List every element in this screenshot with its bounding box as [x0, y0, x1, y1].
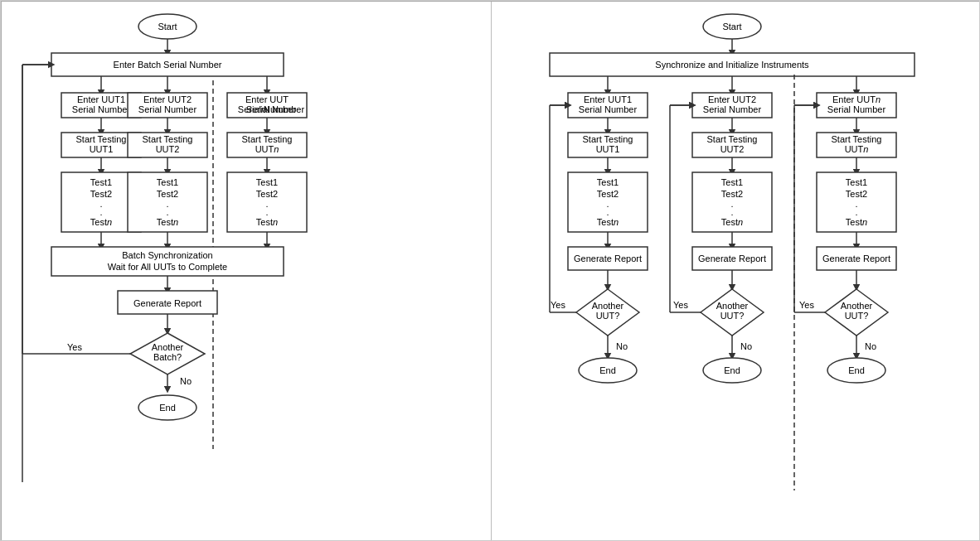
- dot2-uut1: .: [99, 207, 102, 217]
- testn-uut1: Testn: [90, 217, 112, 227]
- r-gen-report-uut2: Generate Report: [698, 254, 766, 263]
- start-testing-uut1-label2: UUT1: [90, 144, 114, 154]
- r-testn-uut1: Testn: [596, 217, 618, 227]
- start-testing-uut2-label2: UUT2: [156, 144, 180, 154]
- r-testn-uut2: Testn: [720, 217, 742, 227]
- r-end-uutn: End: [848, 365, 865, 375]
- r-gen-report-uut1: Generate Report: [574, 254, 642, 263]
- left-end-label: End: [159, 403, 176, 413]
- test2-uutn: Test2: [256, 189, 278, 199]
- r-no-uut1: No: [616, 341, 628, 351]
- r-dot2-uut2: .: [730, 207, 733, 217]
- r-no-uut2: No: [740, 341, 752, 351]
- batch-sync-label: Batch Synchronization: [122, 250, 212, 260]
- testn-uut2: Testn: [157, 217, 178, 227]
- dot2-uut2: .: [166, 207, 168, 217]
- r-start-uut1: Start Testing: [582, 134, 633, 144]
- r-another-uut2-label2: UUT?: [720, 311, 744, 321]
- r-another-uut1-label: Another: [591, 301, 623, 311]
- r-another-uutn-label2: UUT?: [844, 311, 868, 321]
- start-testing-uut2-label: Start Testing: [143, 134, 193, 144]
- no-label-left: No: [180, 376, 192, 386]
- testn-uutn: Testn: [256, 217, 278, 227]
- test1-uut2: Test1: [157, 177, 178, 187]
- r-yes-uutn: Yes: [799, 300, 814, 310]
- enter-batch-serial-label: Enter Batch Serial Number: [114, 60, 222, 70]
- r-start-uut1-2: UUT1: [595, 144, 619, 154]
- start-testing-uut1-label: Start Testing: [76, 134, 127, 144]
- test1-uut1: Test1: [90, 177, 112, 187]
- r-no-uutn: No: [865, 341, 876, 351]
- r-test2-uutn: Test2: [845, 189, 866, 199]
- dot2-uutn: .: [265, 207, 268, 217]
- uut2-serial-label2: Serial Number: [138, 104, 197, 114]
- r-another-uutn-label: Another: [840, 301, 872, 311]
- r-uutn-serial-label2: Serial Number: [827, 104, 885, 114]
- gen-report-label: Generate Report: [133, 298, 201, 308]
- test1-uutn: Test1: [256, 177, 278, 187]
- uutn-serial-label: Enter UUT: [245, 94, 289, 104]
- right-diagram: Start Synchronize and Initialize Instrum…: [492, 2, 981, 541]
- r-start-uutn-2: UUTn: [844, 144, 868, 154]
- r-another-uut2-label: Another: [716, 301, 748, 311]
- start-testing-uutn-label: Start Testing: [242, 134, 293, 144]
- r-end-uut2: End: [724, 365, 740, 375]
- r-test1-uutn: Test1: [845, 177, 866, 187]
- another-batch-label: Another: [152, 342, 184, 352]
- r-test2-uut2: Test2: [720, 189, 742, 199]
- r-gen-report-uutn: Generate Report: [822, 254, 890, 263]
- r-dot2-uut1: .: [606, 207, 609, 217]
- uut1-serial-label2: Serial Number: [72, 104, 131, 114]
- left-flowchart: Start Enter Batch Serial Number Enter UU…: [2, 2, 483, 532]
- start-testing-uutn-label2: UUTn: [255, 144, 279, 154]
- r-uut2-serial-label: Enter UUT2: [707, 94, 755, 104]
- r-yes-uut2: Yes: [673, 300, 688, 310]
- r-test1-uut1: Test1: [596, 177, 618, 187]
- batch-sync-label2: Wait for All UUTs to Complete: [108, 262, 227, 272]
- uut2-serial-label: Enter UUT2: [143, 94, 192, 104]
- r-dot2-uutn: .: [855, 207, 857, 217]
- r-uutn-serial-label: Enter UUTn: [832, 94, 880, 104]
- r-another-uut1-label2: UUT?: [595, 311, 619, 321]
- test2-uut2: Test2: [157, 189, 178, 199]
- sync-init-label: Synchronize and Initialize Instruments: [655, 60, 809, 70]
- r-uut1-serial-label2: Serial Number: [578, 104, 637, 114]
- another-batch-label2: Batch?: [153, 352, 182, 362]
- left-start-label: Start: [158, 22, 177, 31]
- r-yes-uut1: Yes: [551, 300, 565, 310]
- r-test2-uut1: Test2: [596, 189, 618, 199]
- r-start-uut2-2: UUT2: [720, 144, 744, 154]
- svg-text:Serial Number: Serial Number: [238, 104, 297, 114]
- yes-label-left: Yes: [67, 342, 82, 352]
- r-uut2-serial-label2: Serial Number: [702, 104, 761, 114]
- test2-uut1: Test2: [90, 189, 112, 199]
- r-testn-uutn: Testn: [845, 217, 866, 227]
- right-flowchart: Start Synchronize and Initialize Instrum…: [492, 2, 973, 532]
- r-uut1-serial-label: Enter UUT1: [583, 94, 631, 104]
- r-test1-uut2: Test1: [720, 177, 742, 187]
- left-diagram: Start Enter Batch Serial Number Enter UU…: [2, 2, 491, 541]
- r-start-uutn: Start Testing: [831, 134, 881, 144]
- right-start-label: Start: [722, 22, 741, 31]
- r-start-uut2: Start Testing: [706, 134, 757, 144]
- uut1-serial-label: Enter UUT1: [77, 94, 125, 104]
- r-end-uut1: End: [599, 365, 616, 375]
